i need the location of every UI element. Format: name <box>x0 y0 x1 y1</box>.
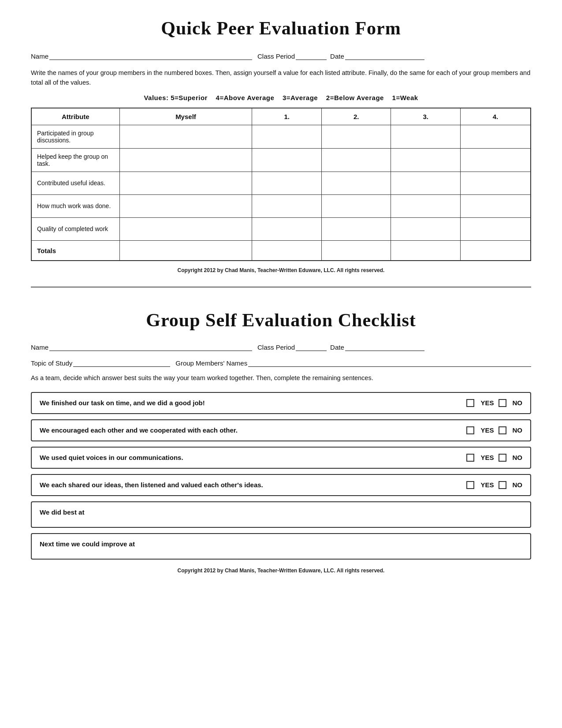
cell-myself-3[interactable] <box>119 172 252 194</box>
col-3: 3. <box>391 108 460 125</box>
open-item-1-label: We did best at <box>40 508 84 516</box>
total-myself[interactable] <box>119 240 252 261</box>
class-label: Class Period <box>257 52 295 60</box>
topic-label: Topic of Study <box>31 359 72 367</box>
no-label-2: NO <box>513 426 523 434</box>
group-input-line[interactable] <box>248 359 531 367</box>
cell-4-4[interactable] <box>460 194 531 217</box>
checklist-text-1: We finished our task on time, and we did… <box>40 399 466 407</box>
no-checkbox-3[interactable] <box>499 454 506 462</box>
attr-quality: Quality of completed work <box>31 217 119 240</box>
name-input-line-2[interactable] <box>49 343 252 351</box>
cell-myself-1[interactable] <box>119 125 252 148</box>
cell-3-4[interactable] <box>391 194 460 217</box>
cell-myself-5[interactable] <box>119 217 252 240</box>
section1-copyright: Copyright 2012 by Chad Manis, Teacher-Wr… <box>31 267 531 273</box>
total-1[interactable] <box>252 240 321 261</box>
attr-ideas: Contributed useful ideas. <box>31 172 119 194</box>
date-input-line[interactable] <box>345 52 424 60</box>
values-label: Values: <box>144 94 168 101</box>
checklist-item-1: We finished our task on time, and we did… <box>31 392 531 414</box>
date-label-2: Date <box>330 343 344 351</box>
class-input-line-2[interactable] <box>296 343 327 351</box>
cell-1-3[interactable] <box>252 172 321 194</box>
yes-no-3: YES NO <box>466 454 522 462</box>
cell-2-1[interactable] <box>321 125 391 148</box>
yes-checkbox-3[interactable] <box>466 454 474 462</box>
cell-1-4[interactable] <box>252 194 321 217</box>
attr-work-done: How much work was done. <box>31 194 119 217</box>
cell-4-5[interactable] <box>460 217 531 240</box>
evaluation-table: Attribute Myself 1. 2. 3. 4. Participate… <box>31 108 531 261</box>
yes-no-1: YES NO <box>466 399 522 407</box>
class-label-2: Class Period <box>257 343 295 351</box>
cell-3-5[interactable] <box>391 217 460 240</box>
yes-label-2: YES <box>480 426 494 434</box>
section2-copyright: Copyright 2012 by Chad Manis, Teacher-Wr… <box>31 567 531 574</box>
cell-4-2[interactable] <box>460 148 531 172</box>
col-2: 2. <box>321 108 391 125</box>
attr-participated: Participated in group discussions. <box>31 125 119 148</box>
cell-1-5[interactable] <box>252 217 321 240</box>
name-input-line[interactable] <box>49 52 252 60</box>
group-label: Group Members' Names <box>175 359 247 367</box>
yes-no-2: YES NO <box>466 426 522 434</box>
yes-label-3: YES <box>480 454 494 461</box>
cell-myself-4[interactable] <box>119 194 252 217</box>
cell-2-2[interactable] <box>321 148 391 172</box>
open-item-2[interactable]: Next time we could improve at <box>31 533 531 560</box>
no-label-1: NO <box>513 399 523 407</box>
name-label: Name <box>31 52 48 60</box>
group-self-evaluation-section: Group Self Evaluation Checklist Name Cla… <box>31 305 531 573</box>
total-4[interactable] <box>460 240 531 261</box>
values-line: Values: 5=Superior 4=Above Average 3=Ave… <box>31 94 531 101</box>
checklist-item-2: We encouraged each other and we cooperat… <box>31 419 531 441</box>
total-2[interactable] <box>321 240 391 261</box>
cell-3-3[interactable] <box>391 172 460 194</box>
open-item-1[interactable]: We did best at <box>31 501 531 528</box>
cell-2-5[interactable] <box>321 217 391 240</box>
section2-title: Group Self Evaluation Checklist <box>31 310 531 331</box>
cell-1-1[interactable] <box>252 125 321 148</box>
cell-1-2[interactable] <box>252 148 321 172</box>
checklist-text-2: We encouraged each other and we cooperat… <box>40 426 466 434</box>
table-row: How much work was done. <box>31 194 531 217</box>
cell-myself-2[interactable] <box>119 148 252 172</box>
cell-3-2[interactable] <box>391 148 460 172</box>
cell-2-4[interactable] <box>321 194 391 217</box>
class-input-line[interactable] <box>296 52 327 60</box>
name-row: Name Class Period Date <box>31 52 531 60</box>
cell-3-1[interactable] <box>391 125 460 148</box>
checklist-text-4: We each shared our ideas, then listened … <box>40 481 466 489</box>
no-checkbox-4[interactable] <box>499 481 506 489</box>
topic-input-line[interactable] <box>73 359 170 367</box>
total-3[interactable] <box>391 240 460 261</box>
yes-checkbox-2[interactable] <box>466 426 474 434</box>
values-scale: 5=Superior 4=Above Average 3=Average 2=B… <box>171 94 418 101</box>
peer-evaluation-section: Quick Peer Evaluation Form Name Class Pe… <box>31 18 531 287</box>
yes-no-4: YES NO <box>466 481 522 489</box>
topic-row: Topic of Study Group Members' Names <box>31 359 531 367</box>
yes-checkbox-4[interactable] <box>466 481 474 489</box>
cell-4-3[interactable] <box>460 172 531 194</box>
col-myself: Myself <box>119 108 252 125</box>
checklist-item-3: We used quiet voices in our communicatio… <box>31 447 531 469</box>
col-4: 4. <box>460 108 531 125</box>
date-input-line-2[interactable] <box>345 343 424 351</box>
no-label-4: NO <box>513 481 523 489</box>
yes-checkbox-1[interactable] <box>466 399 474 407</box>
date-label: Date <box>330 52 344 60</box>
table-row: Helped keep the group on task. <box>31 148 531 172</box>
cell-2-3[interactable] <box>321 172 391 194</box>
no-checkbox-2[interactable] <box>499 426 506 434</box>
checklist-text-3: We used quiet voices in our communicatio… <box>40 454 466 461</box>
no-checkbox-1[interactable] <box>499 399 506 407</box>
cell-4-1[interactable] <box>460 125 531 148</box>
table-row: Quality of completed work <box>31 217 531 240</box>
totals-row: Totals <box>31 240 531 261</box>
col-1: 1. <box>252 108 321 125</box>
name-label-2: Name <box>31 343 48 351</box>
section1-title: Quick Peer Evaluation Form <box>31 18 531 39</box>
section2-instructions: As a team, decide which answer best suit… <box>31 373 531 383</box>
table-header-row: Attribute Myself 1. 2. 3. 4. <box>31 108 531 125</box>
